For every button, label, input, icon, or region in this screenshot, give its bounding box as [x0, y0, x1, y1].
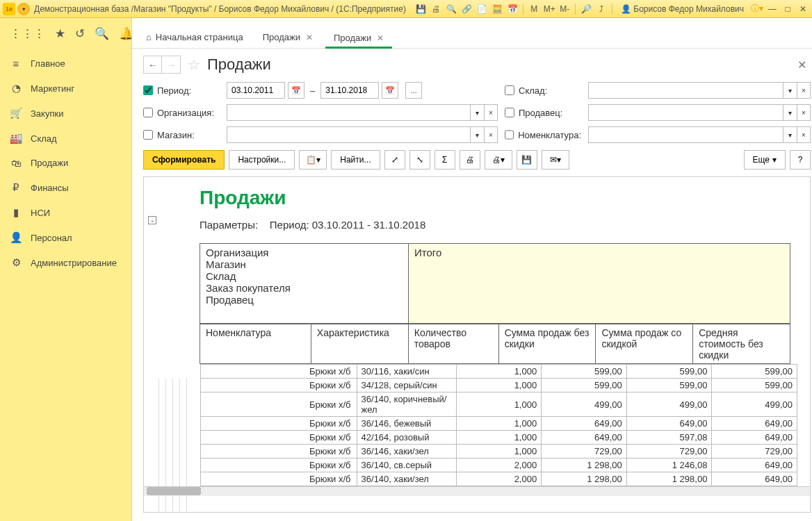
chevron-down-icon[interactable]: ▾ — [783, 126, 797, 143]
preview-icon[interactable]: 🔍 — [445, 3, 457, 15]
email-button[interactable]: ✉▾ — [542, 150, 569, 169]
calendar-icon[interactable]: 📅 — [288, 82, 304, 99]
memory-mplus-button[interactable]: M+ — [543, 3, 555, 15]
calc-icon[interactable]: 🧮 — [491, 3, 503, 15]
shop-checkbox[interactable]: Магазин: — [143, 130, 220, 140]
report-area[interactable]: - Продажи Параметры: Период: 03.10.2011 … — [143, 176, 811, 513]
current-user[interactable]: 👤 Борисов Федор Михайлович — [617, 4, 748, 14]
back-button[interactable]: ← — [144, 56, 162, 73]
close-icon[interactable]: ✕ — [377, 33, 384, 43]
date-from-input[interactable] — [227, 82, 285, 99]
maximize-button[interactable]: □ — [781, 3, 794, 15]
sidebar-tools: ⋮⋮⋮ ★ ↺ 🔍 🔔 — [0, 18, 131, 49]
nav-admin[interactable]: ⚙Администрирование — [0, 250, 131, 275]
report-params: Параметры: Период: 03.10.2011 - 31.10.20… — [200, 219, 810, 231]
history-icon[interactable]: ↺ — [75, 26, 85, 41]
favorite-star-icon[interactable]: ☆ — [188, 56, 200, 73]
outline-collapse-button[interactable]: - — [148, 216, 156, 224]
piechart-icon: ◔ — [10, 82, 22, 94]
table-row[interactable]: Брюки х/б36/146, хаки/зел1,000729,00729,… — [158, 445, 797, 458]
expand-button[interactable]: ⤢ — [384, 150, 405, 169]
save-icon[interactable]: 💾 — [414, 3, 427, 15]
bell-icon[interactable]: 🔔 — [119, 26, 133, 41]
apps-icon[interactable]: ⋮⋮⋮ — [10, 26, 45, 41]
report-title: Продажи — [200, 187, 810, 209]
clear-icon[interactable]: × — [797, 82, 811, 99]
minimize-button[interactable]: — — [766, 3, 779, 15]
table-row[interactable]: Брюки х/б34/128, серый/син1,000599,00599… — [158, 379, 797, 392]
home-tab[interactable]: ⌂Начальная страница — [139, 26, 250, 48]
print-icon[interactable]: 🖨 — [430, 3, 442, 15]
horizontal-scrollbar[interactable] — [144, 486, 810, 496]
nav-purchases[interactable]: 🛒Закупки — [0, 101, 131, 126]
find-button[interactable]: Найти... — [331, 150, 380, 169]
close-page-button[interactable]: ✕ — [797, 58, 811, 72]
table-row[interactable]: Брюки х/б36/140, св.серый2,0001 298,001 … — [158, 458, 797, 472]
shop-combo[interactable]: ▾× — [227, 126, 498, 143]
print-menu-button[interactable]: 🖨▾ — [485, 150, 512, 169]
date-to-input[interactable] — [320, 82, 379, 99]
variants-button[interactable]: 📋▾ — [299, 150, 327, 169]
clear-icon[interactable]: × — [484, 104, 498, 121]
favorite-icon[interactable]: ★ — [55, 26, 65, 41]
table-row[interactable]: Брюки х/б36/146, бежевый1,000649,00649,0… — [158, 417, 797, 431]
clear-icon[interactable]: × — [484, 126, 498, 143]
org-checkbox[interactable]: Организация: — [143, 108, 220, 118]
more-button[interactable]: Еще ▾ — [744, 150, 786, 169]
forward-button[interactable]: → — [162, 56, 180, 73]
store-checkbox[interactable]: Склад: — [505, 85, 581, 96]
chevron-down-icon[interactable]: ▾ — [783, 82, 797, 99]
nav-nsi[interactable]: ▮НСИ — [0, 200, 131, 225]
table-row[interactable]: Брюки х/б36/140, коричневый/жел1,000499,… — [158, 392, 797, 417]
calendar-icon[interactable]: 📅 — [382, 82, 398, 99]
chevron-down-icon[interactable]: ▾ — [470, 126, 484, 143]
nav-main[interactable]: ≡Главное — [0, 51, 131, 76]
org-combo[interactable]: ▾× — [227, 104, 498, 121]
chevron-down-icon[interactable]: ▾ — [783, 104, 797, 121]
save-report-button[interactable]: 💾 — [517, 150, 537, 169]
period-checkbox[interactable]: Период: — [143, 85, 220, 96]
nav-sales[interactable]: 🛍Продажи — [0, 151, 131, 175]
clear-icon[interactable]: × — [797, 126, 811, 143]
sigma-button[interactable]: Σ — [435, 150, 455, 169]
table-row[interactable]: Брюки х/б30/116, хаки/син1,000599,00599,… — [158, 365, 797, 379]
generate-button[interactable]: Сформировать — [143, 150, 225, 169]
nav-personnel[interactable]: 👤Персонал — [0, 225, 131, 250]
table-row[interactable]: Брюки х/б42/164, розовый1,000649,00597,0… — [158, 431, 797, 445]
itogo-cell: Итого — [409, 244, 790, 324]
seller-combo[interactable]: ▾× — [588, 104, 811, 121]
memory-mminus-button[interactable]: M- — [558, 3, 571, 15]
period-dots-button[interactable]: ... — [405, 82, 422, 99]
dropdown-button[interactable]: ▾ — [17, 3, 30, 15]
memory-m-button[interactable]: M — [528, 3, 540, 15]
info-icon[interactable]: ⓘ▾ — [751, 3, 763, 15]
close-icon[interactable]: ✕ — [306, 33, 313, 42]
app-logo-icon: 1e — [3, 3, 15, 15]
zoom-icon[interactable]: 🔎 — [580, 3, 592, 15]
tab-sales-2[interactable]: Продажи✕ — [325, 27, 392, 49]
store-combo[interactable]: ▾× — [588, 82, 811, 99]
seller-checkbox[interactable]: Продавец: — [505, 108, 581, 118]
clear-icon[interactable]: × — [797, 104, 811, 121]
nav-warehouse[interactable]: 🏭Склад — [0, 126, 131, 151]
nomenclature-combo[interactable]: ▾× — [588, 126, 811, 143]
person-icon: 👤 — [10, 231, 22, 244]
report-data-table: Брюки х/б30/116, хаки/син1,000599,00599,… — [158, 364, 797, 486]
doc-icon[interactable]: 📄 — [476, 3, 488, 15]
close-window-button[interactable]: ✕ — [797, 3, 809, 15]
nomenclature-checkbox[interactable]: Номенклатура: — [505, 130, 581, 140]
settings-button[interactable]: Настройки... — [229, 150, 295, 169]
tab-sales-1[interactable]: Продажи✕ — [254, 26, 321, 48]
calendar-icon[interactable]: 📅 — [506, 3, 519, 15]
search-icon[interactable]: 🔍 — [95, 26, 109, 41]
link-icon[interactable]: 🔗 — [460, 3, 473, 15]
table-row[interactable]: Брюки х/б36/140, хаки/зел2,0001 298,001 … — [158, 472, 797, 486]
collapse-button[interactable]: ⤡ — [409, 150, 430, 169]
chevron-down-icon[interactable]: ▾ — [470, 104, 484, 121]
back-icon[interactable]: ⤴ — [595, 3, 608, 15]
nav-marketing[interactable]: ◔Маркетинг — [0, 76, 131, 101]
help-button[interactable]: ? — [790, 150, 811, 169]
print-button[interactable]: 🖨 — [460, 150, 480, 169]
nav-finance[interactable]: ₽Финансы — [0, 175, 131, 200]
report-columns: Номенклатура Характеристика Количество т… — [200, 324, 790, 364]
